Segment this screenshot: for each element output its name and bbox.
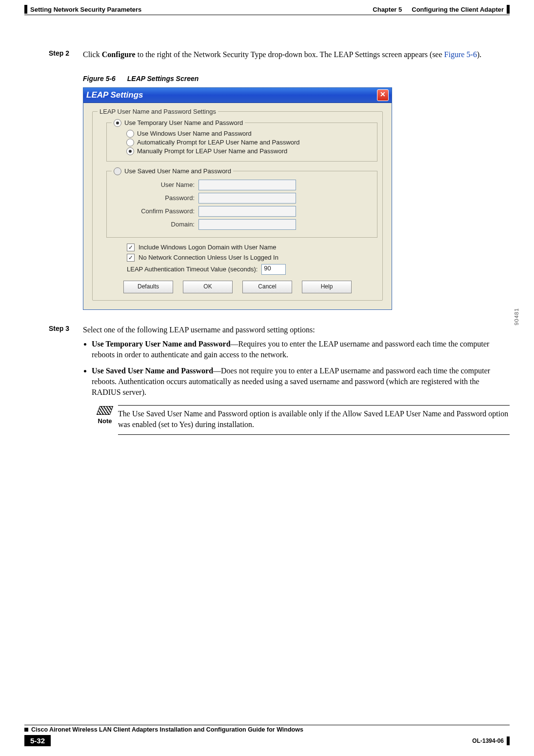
defaults-button[interactable]: Defaults — [123, 281, 173, 293]
figure-ref: Figure 5-6 — [83, 75, 116, 82]
chapter-label: Chapter 5 — [373, 6, 402, 13]
doc-id: OL-1394-06 — [472, 737, 504, 744]
button-row: Defaults OK Cancel Help — [98, 281, 377, 293]
chapter-title: Configuring the Client Adapter — [412, 6, 504, 13]
username-row: User Name: — [121, 180, 372, 190]
header-right: Chapter 5 Configuring the Client Adapter — [373, 5, 510, 14]
option-title: Use Temporary User Name and Password — [92, 340, 231, 348]
figure-link[interactable]: Figure 5-6 — [444, 50, 477, 59]
section-title: Setting Network Security Parameters — [30, 6, 141, 13]
ok-button[interactable]: OK — [183, 281, 233, 293]
saved-radio-legend[interactable]: Use Saved User Name and Password — [112, 167, 233, 175]
note-text: The Use Saved User Name and Password opt… — [118, 409, 510, 429]
checkbox-icon — [127, 244, 135, 251]
sub-radio-windows[interactable]: Use Windows User Name and Password — [126, 130, 372, 138]
group-legend: LEAP User Name and Password Settings — [98, 108, 218, 115]
radio-icon — [114, 119, 121, 127]
confirm-label: Confirm Password: — [121, 207, 198, 215]
checkbox-label: Include Windows Logon Domain with User N… — [138, 244, 277, 251]
footer-bottom: 5-32 OL-1394-06 — [24, 735, 510, 746]
radio-label: Manually Prompt for LEAP User Name and P… — [137, 147, 287, 155]
option-list: Use Temporary User Name and Password—Req… — [83, 339, 510, 435]
step-text: Click Configure to the right of the Netw… — [83, 49, 481, 60]
saved-radio-label: Use Saved User Name and Password — [124, 167, 231, 175]
book-title: Cisco Aironet Wireless LAN Client Adapte… — [31, 726, 303, 733]
radio-icon — [114, 167, 121, 175]
content-area: Step 2 Click Configure to the right of t… — [49, 49, 510, 435]
figure-title: LEAP Settings Screen — [127, 75, 199, 82]
temporary-radio-legend[interactable]: Use Temporary User Name and Password — [112, 119, 245, 127]
configure-bold: Configure — [102, 50, 136, 59]
temporary-subgroup: Use Temporary User Name and Password Use… — [106, 119, 377, 162]
dialog-body: LEAP User Name and Password Settings Use… — [83, 103, 392, 309]
button-label: Cancel — [258, 283, 276, 290]
note-label: Note — [98, 417, 112, 426]
sub-radio-auto[interactable]: Automatically Prompt for LEAP User Name … — [126, 139, 372, 146]
image-id-label: 90481 — [514, 308, 519, 326]
header-bar-icon — [24, 5, 27, 14]
step-2: Step 2 Click Configure to the right of t… — [49, 49, 510, 60]
close-button[interactable]: ✕ — [377, 89, 389, 101]
no-connection-checkbox[interactable]: No Network Connection Unless User Is Log… — [127, 254, 377, 262]
domain-input[interactable] — [198, 219, 296, 230]
step-label: Step 2 — [49, 49, 83, 60]
footer-title-row: Cisco Aironet Wireless LAN Client Adapte… — [24, 726, 510, 733]
username-label: User Name: — [121, 181, 198, 188]
figure-screenshot: LEAP Settings ✕ LEAP User Name and Passw… — [83, 87, 510, 310]
sub-radio-manual[interactable]: Manually Prompt for LEAP User Name and P… — [126, 147, 372, 155]
radio-icon — [126, 130, 134, 138]
button-label: Help — [321, 283, 333, 290]
timeout-label: LEAP Authentication Timeout Value (secon… — [127, 266, 257, 273]
step-3: Step 3 Select one of the following LEAP … — [49, 325, 510, 435]
step-label: Step 3 — [49, 325, 83, 335]
footer-right: OL-1394-06 — [472, 736, 510, 745]
domain-row: Domain: — [121, 219, 372, 230]
page-number: 5-32 — [24, 735, 51, 746]
cancel-button[interactable]: Cancel — [242, 281, 292, 293]
note-icon — [97, 406, 114, 415]
step3-options: Use Temporary User Name and Password—Req… — [83, 339, 510, 435]
help-button[interactable]: Help — [302, 281, 352, 293]
footer-bar-icon — [507, 736, 510, 745]
step-intro: Select one of the following LEAP usernam… — [83, 325, 315, 335]
running-footer: Cisco Aironet Wireless LAN Client Adapte… — [24, 725, 510, 746]
include-domain-checkbox[interactable]: Include Windows Logon Domain with User N… — [127, 244, 377, 251]
temporary-radio-label: Use Temporary User Name and Password — [124, 119, 243, 126]
password-input[interactable] — [198, 193, 296, 204]
header-bar-icon — [507, 5, 510, 14]
domain-label: Domain: — [121, 221, 198, 228]
header-left: Setting Network Security Parameters — [24, 5, 141, 14]
running-header: Setting Network Security Parameters Chap… — [24, 0, 510, 14]
page: Setting Network Security Parameters Chap… — [0, 0, 534, 756]
dialog-titlebar: LEAP Settings ✕ — [83, 88, 392, 103]
list-item: Use Saved User Name and Password—Does no… — [92, 366, 510, 435]
text-fragment: to the right of the Network Security Typ… — [136, 50, 444, 59]
text-fragment: Click — [83, 50, 102, 59]
button-label: Defaults — [138, 283, 159, 290]
username-input[interactable] — [198, 180, 296, 190]
confirm-input[interactable] — [198, 206, 296, 217]
password-label: Password: — [121, 194, 198, 202]
timeout-input[interactable]: 90 — [261, 264, 286, 275]
radio-label: Use Windows User Name and Password — [137, 130, 252, 137]
radio-icon — [126, 147, 134, 155]
password-row: Password: — [121, 193, 372, 204]
option-title: Use Saved User Name and Password — [92, 367, 213, 375]
radio-icon — [126, 139, 134, 146]
timeout-value: 90 — [264, 265, 271, 272]
timeout-row: LEAP Authentication Timeout Value (secon… — [127, 264, 377, 275]
list-item: Use Temporary User Name and Password—Req… — [92, 339, 510, 360]
dialog-title: LEAP Settings — [86, 90, 143, 100]
leap-settings-dialog: LEAP Settings ✕ LEAP User Name and Passw… — [83, 87, 392, 310]
footer-square-icon — [24, 728, 28, 732]
text-fragment: ). — [477, 50, 481, 59]
close-icon: ✕ — [380, 90, 386, 98]
saved-subgroup: Use Saved User Name and Password User Na… — [106, 167, 377, 238]
leap-group: LEAP User Name and Password Settings Use… — [92, 108, 383, 301]
checkbox-label: No Network Connection Unless User Is Log… — [138, 254, 278, 261]
confirm-row: Confirm Password: — [121, 206, 372, 217]
button-label: OK — [203, 283, 212, 290]
checkbox-icon — [127, 254, 135, 262]
note-block: Note The Use Saved User Name and Passwor… — [92, 405, 510, 435]
figure-caption: Figure 5-6 LEAP Settings Screen — [83, 75, 510, 82]
